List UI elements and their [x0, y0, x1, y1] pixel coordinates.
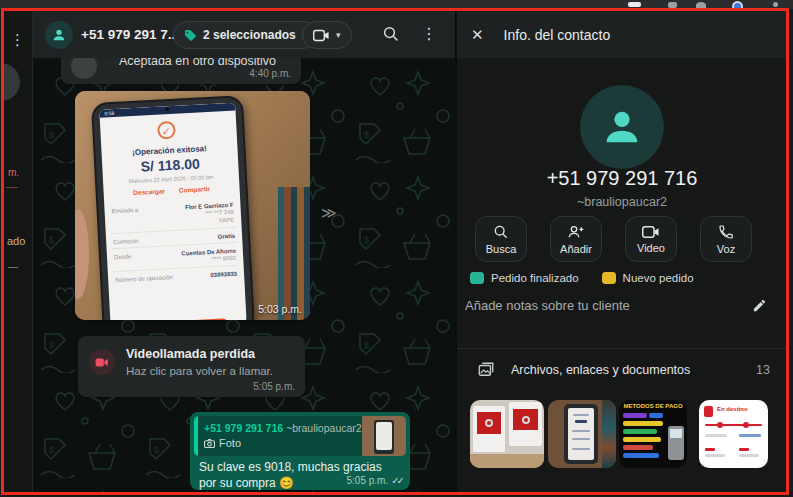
tag-color-swatch[interactable] [602, 272, 616, 284]
photo-message[interactable]: 9:58 ✓ ¡Operación exitosa! S/ 118.00 Mié… [75, 91, 310, 320]
missed-videocall-icon [89, 349, 115, 375]
person-icon [51, 27, 67, 43]
conversation-pane: +51 979 291 7... 2 seleccionados ▾ ▾ ⋮ [33, 11, 455, 493]
contact-phone: +51 979 291 716 [457, 167, 787, 190]
video-call-button[interactable]: Video [625, 216, 677, 262]
delivered-checks-icon: ✓✓ [391, 475, 402, 486]
voice-call-button[interactable]: Voz [700, 216, 752, 262]
whatsapp-app: ⋮ m. ----- ado — +51 979 291 7... 2 sele… [4, 11, 787, 493]
receipt-button [130, 318, 228, 320]
contact-profile-avatar[interactable] [580, 85, 664, 169]
tag-label[interactable]: Nuevo pedido [623, 272, 694, 284]
message-time: 5:03 p.m. [258, 303, 302, 315]
search-icon [493, 224, 509, 240]
panel-header: ✕ Info. del contacto [457, 11, 787, 58]
quoted-kind: Foto [219, 437, 241, 449]
chat-list-fragment: m. [8, 167, 19, 178]
labels-dropdown-text: 2 seleccionados [203, 28, 296, 42]
message-area: $ Aceptada en otro dispositivo 4:40 p.m. [33, 58, 455, 493]
client-notes-field[interactable]: Añade notas sobre tu cliente [465, 298, 767, 313]
media-thumbnail-receipt[interactable] [548, 400, 616, 468]
missed-call-message[interactable]: Videollamada perdida Haz clic para volve… [78, 336, 305, 397]
person-icon [599, 104, 645, 150]
close-icon[interactable]: ✕ [471, 26, 484, 44]
extension-icon[interactable] [696, 2, 706, 8]
quoted-username: ~brauliopaucar2 [286, 422, 362, 434]
call-icon [71, 58, 97, 79]
search-icon[interactable] [382, 25, 400, 47]
receipt-details: Enviado aFlor E Garriazo F *** **7 249 Y… [109, 199, 239, 284]
media-section-row[interactable]: Archivos, enlaces y documentos 13 [477, 361, 770, 379]
message-text: Aceptada en otro dispositivo [119, 58, 276, 68]
media-files-icon [477, 361, 495, 379]
video-camera-icon [642, 225, 660, 239]
media-count: 13 [756, 363, 770, 377]
photo-phone: 9:58 ✓ ¡Operación exitosa! S/ 118.00 Mié… [91, 95, 255, 320]
receipt-download-link: Descargar [133, 187, 165, 196]
panel-title: Info. del contacto [504, 27, 611, 43]
tracking-status-title: En destino [717, 406, 748, 412]
photo-shelf [278, 187, 310, 320]
person-add-icon [567, 224, 585, 240]
missed-call-title: Videollamada perdida [126, 347, 255, 361]
tag-label[interactable]: Pedido finalizado [491, 272, 579, 284]
labels-dropdown[interactable]: 2 seleccionados ▾ [173, 21, 317, 49]
system-message-bubble[interactable]: Aceptada en otro dispositivo 4:40 p.m. [61, 58, 301, 84]
missed-call-subtitle: Haz clic para volver a llamar. [126, 365, 273, 377]
phone-icon [718, 224, 734, 240]
message-time: 5:05 p.m. [347, 475, 389, 486]
chat-list-sliver: ⋮ m. ----- ado — [4, 11, 33, 493]
search-in-chat-button[interactable]: Busca [475, 216, 527, 262]
camera-icon [204, 439, 215, 448]
message-time: 5:05 p.m. [253, 381, 295, 392]
chat-list-fragment: ado [7, 235, 25, 247]
browser-profile-icon[interactable] [732, 1, 743, 9]
chat-list-avatar[interactable] [4, 63, 20, 101]
video-call-button[interactable]: ▾ [302, 21, 352, 49]
video-camera-icon [313, 29, 330, 42]
chat-list-menu-icon[interactable]: ⋮ [10, 31, 25, 49]
pencil-icon[interactable] [752, 298, 767, 313]
add-contact-button[interactable]: Añadir [550, 216, 602, 262]
notes-placeholder: Añade notas sobre tu cliente [465, 298, 630, 313]
quoted-sender: +51 979 291 716 [204, 422, 283, 434]
section-divider [457, 348, 787, 349]
media-thumbnail-jewelry[interactable] [470, 400, 544, 468]
chat-menu-icon[interactable]: ⋮ [421, 24, 437, 43]
contact-info-panel: ✕ Info. del contacto +51 979 291 716 ~br… [455, 11, 787, 493]
quoted-message[interactable]: +51 979 291 716 ~brauliopaucar2 Foto [194, 416, 406, 456]
contact-avatar[interactable] [45, 21, 73, 49]
label-tags: Pedido finalizado Nuevo pedido [470, 272, 710, 284]
extension-icon[interactable] [668, 2, 677, 8]
chat-header[interactable]: +51 979 291 7... 2 seleccionados ▾ ▾ ⋮ [33, 11, 455, 58]
forward-icon[interactable]: ≫ [321, 204, 337, 222]
chat-title[interactable]: +51 979 291 7... [81, 27, 179, 42]
tag-color-swatch[interactable] [470, 272, 484, 284]
browser-toolbar-sliver [0, 0, 793, 9]
extension-icon[interactable] [628, 2, 641, 7]
media-thumbnail-tracking[interactable]: En destino [699, 400, 768, 468]
label-tag-icon [184, 29, 197, 42]
chevron-down-icon: ▾ [336, 30, 341, 40]
success-check-icon: ✓ [157, 121, 176, 140]
media-thumbnail-payment-methods[interactable]: METODOS DE PAGO [619, 400, 687, 468]
payment-methods-title: METODOS DE PAGO [619, 403, 687, 409]
chat-list-fragment: ----- [6, 183, 18, 190]
whatsapp-window: ⋮ m. ----- ado — +51 979 291 7... 2 sele… [0, 0, 793, 497]
message-time: 4:40 p.m. [249, 68, 291, 79]
outgoing-message[interactable]: +51 979 291 716 ~brauliopaucar2 Foto Su … [190, 412, 410, 490]
media-section-title: Archivos, enlaces y documentos [511, 363, 740, 377]
chat-list-fragment: — [8, 261, 18, 272]
browser-menu-icon[interactable] [773, 2, 778, 7]
quoted-thumbnail [362, 416, 406, 456]
receipt-share-link: Compartir [179, 185, 210, 194]
contact-username: ~brauliopaucar2 [457, 195, 787, 209]
